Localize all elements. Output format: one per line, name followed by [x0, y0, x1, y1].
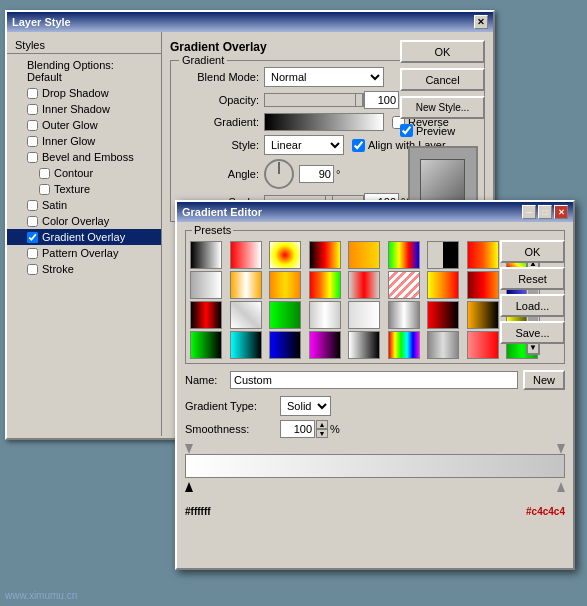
sidebar-item-contour[interactable]: Contour: [7, 165, 161, 181]
layer-style-titlebar: Layer Style ✕: [7, 12, 493, 32]
preset-item[interactable]: [230, 271, 262, 299]
angle-dial[interactable]: [264, 159, 294, 189]
gradient-group-title: Gradient: [179, 54, 227, 66]
sidebar-item-pattern-overlay[interactable]: Pattern Overlay: [7, 245, 161, 261]
gradient-colors-row: #ffffff #c4c4c4: [185, 506, 565, 517]
satin-checkbox[interactable]: [27, 200, 38, 211]
cancel-button[interactable]: Cancel: [400, 68, 485, 91]
preset-item[interactable]: [309, 331, 341, 359]
preset-item[interactable]: [348, 331, 380, 359]
gradient-editor-title: Gradient Editor: [182, 206, 262, 218]
opacity-value[interactable]: [364, 91, 399, 109]
gradient-display[interactable]: [185, 454, 565, 478]
ge-maximize-btn[interactable]: □: [538, 205, 552, 219]
preset-item[interactable]: [269, 301, 301, 329]
preset-item[interactable]: [309, 301, 341, 329]
sidebar-item-satin[interactable]: Satin: [7, 197, 161, 213]
preset-item[interactable]: [269, 241, 301, 269]
preset-item[interactable]: [348, 301, 380, 329]
sidebar-item-texture[interactable]: Texture: [7, 181, 161, 197]
preset-item[interactable]: [388, 241, 420, 269]
blend-mode-select[interactable]: Normal: [264, 67, 384, 87]
name-input[interactable]: [230, 371, 518, 389]
gradient-type-select[interactable]: Solid: [280, 396, 331, 416]
new-button[interactable]: New: [523, 370, 565, 390]
preset-item[interactable]: [427, 301, 459, 329]
smoothness-input[interactable]: [280, 420, 315, 438]
preset-item[interactable]: [467, 241, 499, 269]
preset-item[interactable]: [190, 331, 222, 359]
preset-item[interactable]: [230, 241, 262, 269]
preset-item[interactable]: [309, 241, 341, 269]
align-layer-checkbox[interactable]: [352, 139, 365, 152]
preset-item[interactable]: [467, 331, 499, 359]
ge-save-button[interactable]: Save...: [500, 321, 565, 344]
preset-item[interactable]: [388, 331, 420, 359]
preview-text: Preview: [416, 125, 455, 137]
drop-shadow-checkbox[interactable]: [27, 88, 38, 99]
sidebar-item-inner-shadow[interactable]: Inner Shadow: [7, 101, 161, 117]
sidebar-item-inner-glow[interactable]: Inner Glow: [7, 133, 161, 149]
watermark: www.ximumu.cn: [5, 590, 77, 601]
ge-load-button[interactable]: Load...: [500, 294, 565, 317]
preset-item[interactable]: [427, 331, 459, 359]
stroke-checkbox[interactable]: [27, 264, 38, 275]
preset-item[interactable]: [348, 271, 380, 299]
ge-window-controls: ─ □ ✕: [522, 205, 568, 219]
outer-glow-checkbox[interactable]: [27, 120, 38, 131]
stop-bottom-left[interactable]: [185, 482, 193, 492]
preset-item[interactable]: [230, 301, 262, 329]
smoothness-label: Smoothness:: [185, 423, 280, 435]
opacity-slider[interactable]: [264, 93, 364, 107]
preset-item[interactable]: [269, 331, 301, 359]
gradient-editor-titlebar: Gradient Editor ─ □ ✕: [177, 202, 573, 222]
preset-item[interactable]: [269, 271, 301, 299]
sidebar-item-drop-shadow[interactable]: Drop Shadow: [7, 85, 161, 101]
ge-close-btn[interactable]: ✕: [554, 205, 568, 219]
sidebar-item-stroke[interactable]: Stroke: [7, 261, 161, 277]
stop-bottom-right[interactable]: [557, 482, 565, 492]
preset-item[interactable]: [427, 241, 459, 269]
texture-checkbox[interactable]: [39, 184, 50, 195]
ok-button[interactable]: OK: [400, 40, 485, 63]
ge-ok-button[interactable]: OK: [500, 240, 565, 263]
smoothness-up-btn[interactable]: ▲: [316, 420, 328, 429]
contour-checkbox[interactable]: [39, 168, 50, 179]
preset-item[interactable]: [427, 271, 459, 299]
preset-item[interactable]: [467, 271, 499, 299]
inner-glow-checkbox[interactable]: [27, 136, 38, 147]
preset-item[interactable]: [190, 271, 222, 299]
sidebar-item-blending[interactable]: Blending Options: Default: [7, 57, 161, 85]
preset-item[interactable]: [309, 271, 341, 299]
color-overlay-checkbox[interactable]: [27, 216, 38, 227]
inner-shadow-checkbox[interactable]: [27, 104, 38, 115]
preview-checkbox[interactable]: [400, 124, 413, 137]
style-select[interactable]: Linear: [264, 135, 344, 155]
smoothness-down-btn[interactable]: ▼: [316, 429, 328, 438]
preview-label[interactable]: Preview: [400, 124, 485, 137]
preset-item[interactable]: [190, 301, 222, 329]
sidebar-item-color-overlay[interactable]: Color Overlay: [7, 213, 161, 229]
sidebar-item-outer-glow[interactable]: Outer Glow: [7, 117, 161, 133]
stop-top-right[interactable]: [557, 444, 565, 454]
preset-item[interactable]: [388, 301, 420, 329]
stop-top-left[interactable]: [185, 444, 193, 454]
bevel-emboss-checkbox[interactable]: [27, 152, 38, 163]
sidebar-item-gradient-overlay[interactable]: Gradient Overlay: [7, 229, 161, 245]
preset-item[interactable]: [467, 301, 499, 329]
new-style-button[interactable]: New Style...: [400, 96, 485, 119]
name-row: Name: New: [185, 370, 565, 390]
angle-value[interactable]: [299, 165, 334, 183]
smoothness-stepper: ▲ ▼: [316, 420, 328, 438]
preset-item[interactable]: [190, 241, 222, 269]
preset-item[interactable]: [388, 271, 420, 299]
ge-reset-button[interactable]: Reset: [500, 267, 565, 290]
ge-minimize-btn[interactable]: ─: [522, 205, 536, 219]
preset-item[interactable]: [230, 331, 262, 359]
preset-item[interactable]: [348, 241, 380, 269]
pattern-overlay-checkbox[interactable]: [27, 248, 38, 259]
gradient-overlay-checkbox[interactable]: [27, 232, 38, 243]
sidebar-item-bevel-emboss[interactable]: Bevel and Emboss: [7, 149, 161, 165]
close-icon[interactable]: ✕: [474, 15, 488, 29]
gradient-preview[interactable]: [264, 113, 384, 131]
